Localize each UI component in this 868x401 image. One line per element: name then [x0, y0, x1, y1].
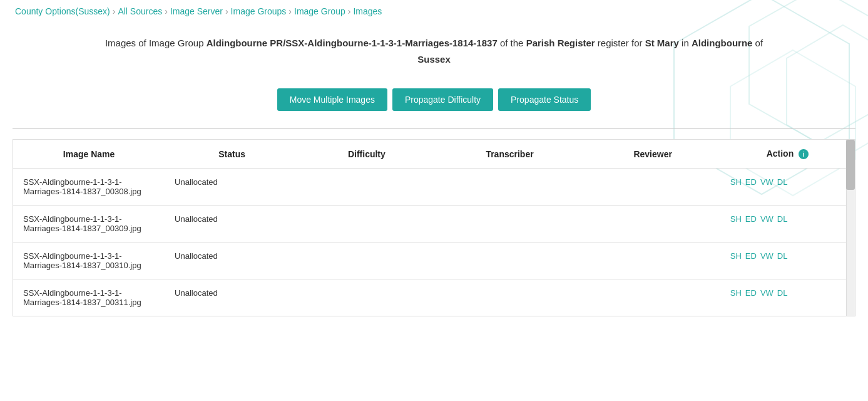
title-register-suffix: register for — [595, 38, 645, 48]
breadcrumb-image-server[interactable]: Image Server — [170, 6, 223, 16]
action-link-ed[interactable]: ED — [745, 288, 757, 298]
reviewer-cell — [586, 279, 720, 316]
page-title-section: Images of Image Group Aldingbourne PR/SS… — [13, 29, 855, 73]
status-cell: Unallocated — [165, 242, 299, 279]
action-link-vw[interactable]: VW — [760, 288, 774, 298]
action-link-ed[interactable]: ED — [745, 177, 757, 187]
action-link-dl[interactable]: DL — [777, 214, 788, 224]
title-middle: of the — [498, 38, 526, 48]
status-cell: Unallocated — [165, 169, 299, 206]
breadcrumb: County Options(Sussex) › All Sources › I… — [13, 6, 855, 16]
action-link-dl[interactable]: DL — [777, 177, 788, 187]
reviewer-cell — [586, 242, 720, 279]
table-row: SSX-Aldingbourne-1-1-3-1-Marriages-1814-… — [13, 242, 855, 279]
image-name-cell: SSX-Aldingbourne-1-1-3-1-Marriages-1814-… — [13, 169, 165, 206]
action-links: SHEDVWDL — [730, 177, 849, 187]
breadcrumb-images: Images — [353, 6, 382, 16]
col-header-transcriber: Transcriber — [434, 140, 585, 169]
action-links: SHEDVWDL — [730, 288, 849, 298]
action-link-sh[interactable]: SH — [730, 251, 742, 261]
breadcrumb-image-groups[interactable]: Image Groups — [231, 6, 287, 16]
action-links: SHEDVWDL — [730, 251, 849, 261]
status-cell: Unallocated — [165, 279, 299, 316]
register-type: Parish Register — [526, 38, 595, 48]
col-header-image-name: Image Name — [13, 140, 165, 169]
church-name: St Mary — [645, 38, 679, 48]
action-link-sh[interactable]: SH — [730, 288, 742, 298]
difficulty-cell — [299, 206, 434, 242]
action-links: SHEDVWDL — [730, 214, 849, 224]
image-name-cell: SSX-Aldingbourne-1-1-3-1-Marriages-1814-… — [13, 279, 165, 316]
transcriber-cell — [434, 279, 585, 316]
image-group-name: Aldingbourne PR/SSX-Aldingbourne-1-1-3-1… — [207, 38, 498, 48]
col-header-difficulty: Difficulty — [299, 140, 434, 169]
action-link-ed[interactable]: ED — [745, 251, 757, 261]
transcriber-cell — [434, 169, 585, 206]
county-name: Sussex — [417, 54, 451, 65]
images-table: Image Name Status Difficulty Transcriber… — [13, 140, 855, 316]
title-prefix: Images of Image Group — [105, 38, 207, 48]
table-row: SSX-Aldingbourne-1-1-3-1-Marriages-1814-… — [13, 169, 855, 206]
action-link-sh[interactable]: SH — [730, 214, 742, 224]
action-cell: SHEDVWDL — [720, 206, 855, 242]
transcriber-cell — [434, 242, 585, 279]
image-name-cell: SSX-Aldingbourne-1-1-3-1-Marriages-1814-… — [13, 206, 165, 242]
table-row: SSX-Aldingbourne-1-1-3-1-Marriages-1814-… — [13, 279, 855, 316]
action-buttons-row: Move Multiple Images Propagate Difficult… — [13, 88, 855, 111]
breadcrumb-all-sources[interactable]: All Sources — [118, 6, 162, 16]
status-cell: Unallocated — [165, 206, 299, 242]
reviewer-cell — [586, 169, 720, 206]
difficulty-cell — [299, 169, 434, 206]
breadcrumb-image-group[interactable]: Image Group — [294, 6, 345, 16]
action-info-icon[interactable]: i — [799, 149, 809, 159]
action-link-vw[interactable]: VW — [760, 214, 774, 224]
propagate-difficulty-button[interactable]: Propagate Difficulty — [392, 88, 493, 111]
table-header-row: Image Name Status Difficulty Transcriber… — [13, 140, 855, 169]
col-header-action: Action i — [720, 140, 855, 169]
images-table-wrapper: Image Name Status Difficulty Transcriber… — [13, 139, 855, 316]
action-link-vw[interactable]: VW — [760, 177, 774, 187]
title-of: of — [752, 38, 763, 48]
action-link-sh[interactable]: SH — [730, 177, 742, 187]
col-header-status: Status — [165, 140, 299, 169]
action-cell: SHEDVWDL — [720, 169, 855, 206]
breadcrumb-county-options[interactable]: County Options(Sussex) — [15, 6, 110, 16]
difficulty-cell — [299, 279, 434, 316]
scrollbar-thumb[interactable] — [846, 140, 855, 190]
action-link-dl[interactable]: DL — [777, 251, 788, 261]
transcriber-cell — [434, 206, 585, 242]
propagate-status-button[interactable]: Propagate Status — [498, 88, 591, 111]
location-name: Aldingbourne — [692, 38, 753, 48]
move-multiple-images-button[interactable]: Move Multiple Images — [277, 88, 387, 111]
action-cell: SHEDVWDL — [720, 279, 855, 316]
title-in: in — [679, 38, 692, 48]
table-row: SSX-Aldingbourne-1-1-3-1-Marriages-1814-… — [13, 206, 855, 242]
difficulty-cell — [299, 242, 434, 279]
reviewer-cell — [586, 206, 720, 242]
scrollbar[interactable] — [846, 140, 855, 316]
action-cell: SHEDVWDL — [720, 242, 855, 279]
col-header-reviewer: Reviewer — [586, 140, 720, 169]
action-link-dl[interactable]: DL — [777, 288, 788, 298]
section-divider — [13, 128, 855, 129]
action-link-ed[interactable]: ED — [745, 214, 757, 224]
action-link-vw[interactable]: VW — [760, 251, 774, 261]
image-name-cell: SSX-Aldingbourne-1-1-3-1-Marriages-1814-… — [13, 242, 165, 279]
